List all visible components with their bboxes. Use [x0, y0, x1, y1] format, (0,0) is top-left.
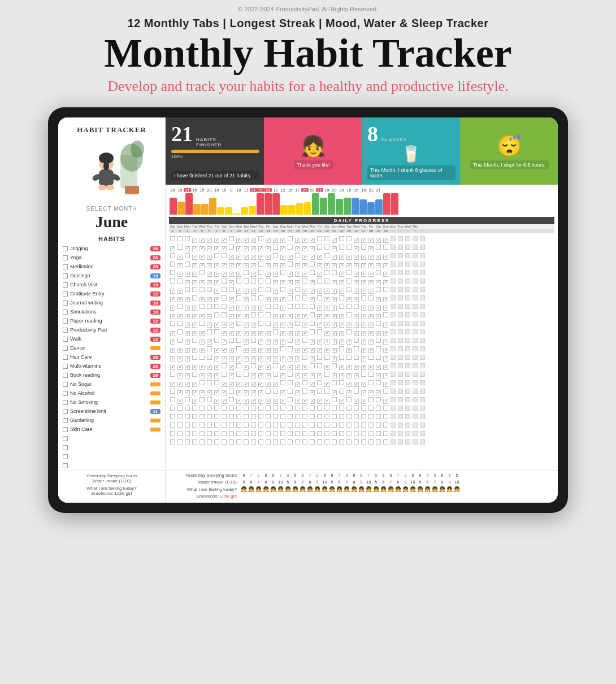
check-box[interactable] — [405, 397, 410, 402]
check-box[interactable] — [398, 295, 403, 300]
check-box[interactable] — [420, 312, 425, 317]
check-box[interactable] — [177, 338, 183, 343]
check-box[interactable] — [214, 431, 219, 436]
check-box[interactable] — [258, 278, 263, 284]
check-box[interactable] — [324, 406, 329, 411]
check-box[interactable] — [324, 389, 329, 394]
check-box[interactable] — [185, 236, 190, 241]
check-box[interactable] — [258, 406, 263, 411]
check-box[interactable] — [413, 422, 418, 428]
check-box[interactable] — [324, 431, 329, 436]
check-box[interactable] — [258, 439, 263, 445]
check-box[interactable] — [280, 431, 285, 436]
check-box[interactable] — [273, 245, 278, 250]
check-box[interactable] — [170, 397, 175, 402]
check-box[interactable] — [405, 380, 410, 385]
check-box[interactable] — [420, 329, 425, 334]
tracker-cell-24-7[interactable] — [220, 437, 228, 447]
check-box[interactable] — [324, 414, 329, 419]
check-box[interactable] — [288, 414, 293, 419]
check-box[interactable] — [339, 245, 344, 250]
check-box[interactable] — [332, 363, 337, 368]
check-box[interactable] — [391, 253, 396, 258]
check-box[interactable] — [391, 321, 396, 326]
check-box[interactable] — [346, 431, 352, 436]
check-box[interactable] — [236, 346, 241, 351]
check-box[interactable] — [405, 422, 410, 428]
check-box[interactable] — [288, 439, 293, 445]
check-box[interactable] — [405, 295, 410, 300]
check-box[interactable] — [391, 245, 396, 250]
check-box[interactable] — [420, 287, 425, 292]
tracker-cell-24-9[interactable] — [235, 437, 242, 447]
check-box[interactable] — [251, 414, 256, 419]
check-box[interactable] — [420, 380, 425, 385]
check-box[interactable] — [207, 380, 212, 385]
check-box[interactable] — [229, 431, 234, 436]
check-box[interactable] — [192, 355, 197, 360]
check-box[interactable] — [222, 312, 227, 317]
check-box[interactable] — [376, 321, 381, 326]
check-box[interactable] — [236, 278, 241, 284]
check-box[interactable] — [288, 372, 293, 377]
check-box[interactable] — [266, 422, 271, 428]
check-box[interactable] — [199, 439, 205, 445]
check-box[interactable] — [236, 338, 241, 343]
check-box[interactable] — [192, 439, 197, 445]
check-box[interactable] — [317, 295, 322, 300]
check-box[interactable] — [207, 439, 212, 445]
check-box[interactable] — [420, 372, 425, 377]
check-box[interactable] — [391, 346, 396, 351]
check-box[interactable] — [376, 245, 381, 250]
check-box[interactable] — [229, 245, 234, 250]
check-box[interactable] — [346, 245, 352, 250]
check-box[interactable] — [236, 363, 241, 368]
check-box[interactable] — [302, 304, 307, 309]
check-box[interactable] — [391, 278, 396, 284]
check-box[interactable] — [177, 406, 183, 411]
check-box[interactable] — [339, 439, 344, 445]
check-box[interactable] — [420, 363, 425, 368]
check-box[interactable] — [302, 406, 307, 411]
check-box[interactable] — [332, 397, 337, 402]
check-box[interactable] — [170, 406, 175, 411]
check-box[interactable] — [361, 245, 366, 250]
check-box[interactable] — [405, 245, 410, 250]
check-box[interactable] — [258, 321, 263, 326]
check-box[interactable] — [413, 338, 418, 343]
check-box[interactable] — [229, 414, 234, 419]
check-box[interactable] — [222, 372, 227, 377]
check-box[interactable] — [288, 262, 293, 267]
check-box[interactable] — [398, 287, 403, 292]
check-box[interactable] — [214, 414, 219, 419]
check-box[interactable] — [398, 389, 403, 394]
tracker-cell-24-2[interactable] — [184, 437, 191, 447]
tracker-cell-24-13[interactable] — [264, 437, 272, 447]
check-box[interactable] — [420, 389, 425, 394]
check-box[interactable] — [229, 236, 234, 241]
check-box[interactable] — [398, 422, 403, 428]
check-box[interactable] — [214, 329, 219, 334]
check-box[interactable] — [376, 431, 381, 436]
check-box[interactable] — [177, 329, 183, 334]
check-box[interactable] — [354, 338, 359, 343]
check-box[interactable] — [280, 439, 285, 445]
check-box[interactable] — [405, 329, 410, 334]
check-box[interactable] — [192, 287, 197, 292]
check-box[interactable] — [229, 406, 234, 411]
check-box[interactable] — [361, 295, 366, 300]
check-box[interactable] — [413, 389, 418, 394]
check-box[interactable] — [383, 414, 388, 419]
check-box[interactable] — [229, 287, 234, 292]
check-box[interactable] — [339, 422, 344, 428]
check-box[interactable] — [368, 422, 374, 428]
check-box[interactable] — [413, 406, 418, 411]
check-box[interactable] — [398, 406, 403, 411]
check-box[interactable] — [368, 414, 374, 419]
check-box[interactable] — [391, 372, 396, 377]
check-box[interactable] — [199, 380, 205, 385]
check-box[interactable] — [295, 422, 300, 428]
check-box[interactable] — [280, 380, 285, 385]
check-box[interactable] — [405, 278, 410, 284]
check-box[interactable] — [295, 295, 300, 300]
